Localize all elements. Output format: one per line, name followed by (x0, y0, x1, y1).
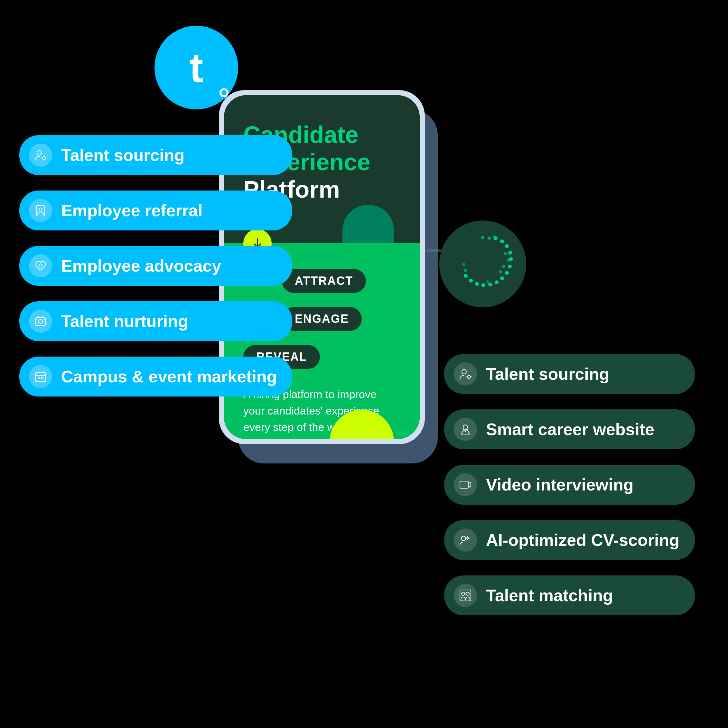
svg-point-32 (488, 283, 492, 286)
talent-matching-label: Talent matching (486, 586, 613, 605)
right-pill-talent-matching: Talent matching (444, 575, 695, 615)
talent-sourcing-icon (29, 144, 52, 167)
svg-rect-15 (35, 373, 46, 382)
attract-tag-row: ATTRACT (282, 269, 401, 301)
svg-point-38 (481, 236, 484, 239)
video-interviewing-label: Video interviewing (486, 475, 633, 494)
engage-tag: ENGAGE (282, 307, 362, 331)
left-pill-talent-nurturing: Talent nurturing (19, 301, 292, 341)
svg-point-28 (508, 265, 512, 268)
employee-advocacy-label: Employee advocacy (61, 256, 221, 275)
svg-point-49 (467, 375, 471, 378)
talent-nurturing-icon (29, 310, 52, 333)
employee-advocacy-icon (29, 254, 52, 277)
svg-point-42 (504, 252, 507, 255)
svg-point-58 (462, 592, 465, 595)
svg-rect-19 (38, 377, 40, 379)
logo-letter: t (189, 47, 203, 89)
employee-referral-label: Employee referral (61, 201, 202, 220)
talent-nurturing-label: Talent nurturing (61, 312, 188, 331)
svg-point-46 (462, 263, 465, 266)
svg-rect-20 (41, 377, 43, 379)
svg-point-2 (43, 156, 46, 160)
svg-point-56 (461, 536, 466, 541)
talent-matching-icon (454, 584, 477, 607)
employee-referral-icon (29, 199, 52, 222)
right-feature-list: Talent sourcing Smart career website Vid… (444, 354, 695, 615)
svg-point-43 (493, 235, 495, 238)
svg-rect-10 (36, 318, 45, 326)
dots-decoration (438, 219, 528, 309)
logo-circle: t (154, 26, 238, 109)
smart-career-label: Smart career website (486, 420, 654, 439)
logo-dot (220, 88, 228, 97)
ai-cv-scoring-icon (454, 528, 477, 552)
svg-point-31 (495, 280, 499, 284)
right-pill-video-interviewing: Video interviewing (444, 465, 695, 505)
svg-point-26 (508, 251, 512, 255)
right-pill-talent-sourcing: Talent sourcing (444, 354, 695, 394)
svg-point-36 (464, 274, 468, 278)
svg-point-40 (499, 270, 502, 274)
left-feature-list: Talent sourcing Employee referral Employ… (19, 135, 292, 396)
svg-point-24 (500, 239, 504, 243)
svg-point-48 (462, 370, 466, 374)
left-pill-employee-advocacy: Employee advocacy (19, 246, 292, 286)
right-pill-smart-career: Smart career website (444, 409, 695, 449)
smart-career-icon (454, 418, 477, 441)
svg-rect-55 (460, 481, 468, 488)
svg-point-33 (482, 283, 485, 287)
svg-point-29 (505, 271, 509, 275)
svg-point-22 (439, 220, 526, 307)
talent-sourcing-label: Talent sourcing (61, 145, 184, 165)
svg-point-25 (505, 244, 509, 248)
svg-point-44 (486, 280, 489, 283)
left-pill-campus-event: Campus & event marketing (19, 356, 292, 396)
svg-point-1 (37, 151, 41, 155)
left-pill-talent-sourcing: Talent sourcing (19, 135, 292, 175)
svg-point-8 (39, 208, 42, 211)
campus-event-label: Campus & event marketing (61, 367, 277, 386)
svg-point-39 (502, 265, 505, 268)
engage-tag-row: ENGAGE (282, 307, 401, 339)
svg-point-54 (463, 425, 468, 429)
svg-point-30 (500, 277, 504, 280)
svg-point-37 (488, 237, 491, 240)
svg-point-9 (39, 264, 42, 267)
svg-point-45 (464, 269, 467, 272)
right-talent-sourcing-label: Talent sourcing (486, 364, 609, 384)
video-interviewing-icon (454, 473, 477, 496)
campus-event-icon (29, 365, 52, 388)
svg-point-59 (466, 592, 469, 595)
scene: t Talent sourcing (0, 0, 728, 728)
svg-point-35 (469, 279, 473, 283)
attract-tag: ATTRACT (282, 269, 366, 293)
ai-cv-scoring-label: AI-optimized CV-scoring (486, 531, 679, 550)
right-talent-sourcing-icon (454, 362, 477, 385)
right-pill-ai-cv-scoring: AI-optimized CV-scoring (444, 520, 695, 560)
svg-point-41 (507, 258, 510, 262)
svg-point-34 (475, 282, 479, 286)
left-pill-employee-referral: Employee referral (19, 191, 292, 231)
